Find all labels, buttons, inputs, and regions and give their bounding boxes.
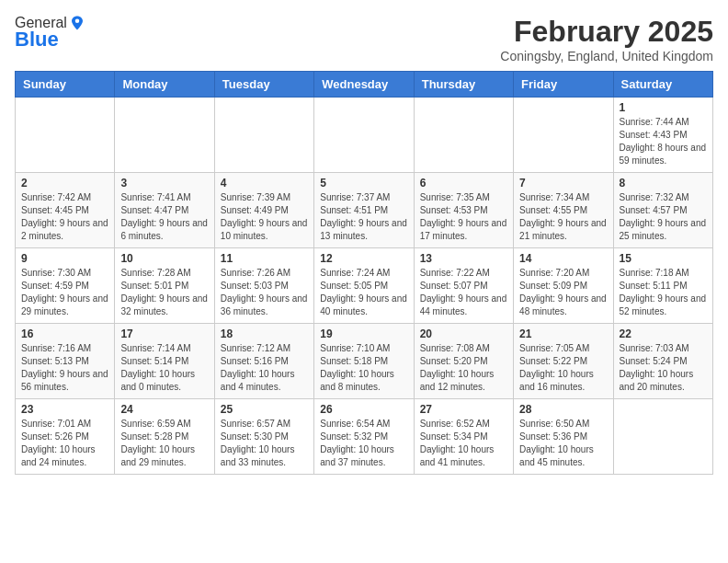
calendar-cell: 9Sunrise: 7:30 AM Sunset: 4:59 PM Daylig… xyxy=(16,248,115,324)
calendar-cell: 21Sunrise: 7:05 AM Sunset: 5:22 PM Dayli… xyxy=(514,324,613,399)
day-number: 22 xyxy=(620,327,707,340)
logo-icon xyxy=(69,15,85,31)
day-info: Sunrise: 7:20 AM Sunset: 5:09 PM Dayligh… xyxy=(519,267,607,318)
calendar-body: 1Sunrise: 7:44 AM Sunset: 4:43 PM Daylig… xyxy=(16,98,713,475)
calendar-cell: 27Sunrise: 6:52 AM Sunset: 5:34 PM Dayli… xyxy=(414,399,513,475)
day-info: Sunrise: 7:39 AM Sunset: 4:49 PM Dayligh… xyxy=(221,191,308,243)
calendar-cell: 4Sunrise: 7:39 AM Sunset: 4:49 PM Daylig… xyxy=(214,173,313,248)
calendar-cell xyxy=(214,98,313,173)
calendar-cell: 16Sunrise: 7:16 AM Sunset: 5:13 PM Dayli… xyxy=(16,324,115,399)
day-info: Sunrise: 7:16 AM Sunset: 5:13 PM Dayligh… xyxy=(21,342,108,394)
day-info: Sunrise: 6:54 AM Sunset: 5:32 PM Dayligh… xyxy=(320,418,407,469)
day-info: Sunrise: 7:42 AM Sunset: 4:45 PM Dayligh… xyxy=(21,191,108,243)
calendar-week-row: 2Sunrise: 7:42 AM Sunset: 4:45 PM Daylig… xyxy=(16,173,713,248)
calendar-cell xyxy=(414,98,513,173)
calendar-week-row: 1Sunrise: 7:44 AM Sunset: 4:43 PM Daylig… xyxy=(16,98,713,173)
day-number: 13 xyxy=(420,252,507,265)
day-info: Sunrise: 7:32 AM Sunset: 4:57 PM Dayligh… xyxy=(620,191,707,243)
day-info: Sunrise: 7:01 AM Sunset: 5:26 PM Dayligh… xyxy=(21,418,108,469)
day-info: Sunrise: 7:41 AM Sunset: 4:47 PM Dayligh… xyxy=(120,191,208,243)
day-info: Sunrise: 7:18 AM Sunset: 5:11 PM Dayligh… xyxy=(620,267,707,318)
day-number: 23 xyxy=(21,403,108,416)
calendar-cell: 19Sunrise: 7:10 AM Sunset: 5:18 PM Dayli… xyxy=(314,324,414,399)
day-info: Sunrise: 7:14 AM Sunset: 5:14 PM Dayligh… xyxy=(120,342,208,394)
calendar-cell: 25Sunrise: 6:57 AM Sunset: 5:30 PM Dayli… xyxy=(214,399,313,475)
day-number: 19 xyxy=(320,327,407,340)
day-info: Sunrise: 7:03 AM Sunset: 5:24 PM Dayligh… xyxy=(620,342,707,394)
page-header: General Blue February 2025 Coningsby, En… xyxy=(15,15,713,63)
day-info: Sunrise: 6:52 AM Sunset: 5:34 PM Dayligh… xyxy=(420,418,507,469)
day-number: 26 xyxy=(320,403,407,416)
calendar-week-row: 16Sunrise: 7:16 AM Sunset: 5:13 PM Dayli… xyxy=(16,324,713,399)
calendar-cell: 10Sunrise: 7:28 AM Sunset: 5:01 PM Dayli… xyxy=(115,248,214,324)
calendar-cell: 1Sunrise: 7:44 AM Sunset: 4:43 PM Daylig… xyxy=(613,98,712,173)
day-number: 18 xyxy=(221,327,308,340)
calendar-cell: 6Sunrise: 7:35 AM Sunset: 4:53 PM Daylig… xyxy=(414,173,513,248)
day-info: Sunrise: 6:59 AM Sunset: 5:28 PM Dayligh… xyxy=(120,418,208,469)
calendar-cell: 23Sunrise: 7:01 AM Sunset: 5:26 PM Dayli… xyxy=(16,399,115,475)
calendar-cell: 17Sunrise: 7:14 AM Sunset: 5:14 PM Dayli… xyxy=(115,324,214,399)
day-number: 17 xyxy=(120,327,208,340)
calendar-cell: 22Sunrise: 7:03 AM Sunset: 5:24 PM Dayli… xyxy=(613,324,712,399)
calendar-cell: 15Sunrise: 7:18 AM Sunset: 5:11 PM Dayli… xyxy=(613,248,712,324)
calendar-cell: 7Sunrise: 7:34 AM Sunset: 4:55 PM Daylig… xyxy=(514,173,613,248)
calendar-cell: 18Sunrise: 7:12 AM Sunset: 5:16 PM Dayli… xyxy=(214,324,313,399)
calendar-cell: 2Sunrise: 7:42 AM Sunset: 4:45 PM Daylig… xyxy=(16,173,115,248)
month-title: February 2025 xyxy=(500,15,713,49)
day-number: 7 xyxy=(519,177,607,190)
day-number: 15 xyxy=(620,252,707,265)
day-number: 16 xyxy=(21,327,108,340)
weekday-header-friday: Friday xyxy=(514,72,613,98)
calendar-cell: 26Sunrise: 6:54 AM Sunset: 5:32 PM Dayli… xyxy=(314,399,414,475)
calendar-table: SundayMondayTuesdayWednesdayThursdayFrid… xyxy=(15,71,713,475)
calendar-cell: 11Sunrise: 7:26 AM Sunset: 5:03 PM Dayli… xyxy=(214,248,313,324)
day-number: 21 xyxy=(519,327,607,340)
calendar-cell: 20Sunrise: 7:08 AM Sunset: 5:20 PM Dayli… xyxy=(414,324,513,399)
location-text: Coningsby, England, United Kingdom xyxy=(500,49,713,63)
day-number: 12 xyxy=(320,252,407,265)
calendar-cell: 12Sunrise: 7:24 AM Sunset: 5:05 PM Dayli… xyxy=(314,248,414,324)
calendar-cell: 5Sunrise: 7:37 AM Sunset: 4:51 PM Daylig… xyxy=(314,173,414,248)
day-info: Sunrise: 7:22 AM Sunset: 5:07 PM Dayligh… xyxy=(420,267,507,318)
day-number: 2 xyxy=(21,177,108,190)
day-info: Sunrise: 7:28 AM Sunset: 5:01 PM Dayligh… xyxy=(120,267,208,318)
day-number: 20 xyxy=(420,327,507,340)
calendar-cell xyxy=(613,399,712,475)
day-info: Sunrise: 7:44 AM Sunset: 4:43 PM Dayligh… xyxy=(620,116,707,167)
calendar-cell: 24Sunrise: 6:59 AM Sunset: 5:28 PM Dayli… xyxy=(115,399,214,475)
day-info: Sunrise: 7:10 AM Sunset: 5:18 PM Dayligh… xyxy=(320,342,407,394)
calendar-cell: 3Sunrise: 7:41 AM Sunset: 4:47 PM Daylig… xyxy=(115,173,214,248)
calendar-cell: 28Sunrise: 6:50 AM Sunset: 5:36 PM Dayli… xyxy=(514,399,613,475)
day-info: Sunrise: 6:50 AM Sunset: 5:36 PM Dayligh… xyxy=(519,418,607,469)
calendar-cell xyxy=(314,98,414,173)
day-info: Sunrise: 7:08 AM Sunset: 5:20 PM Dayligh… xyxy=(420,342,507,394)
weekday-header-saturday: Saturday xyxy=(613,72,712,98)
calendar-cell: 14Sunrise: 7:20 AM Sunset: 5:09 PM Dayli… xyxy=(514,248,613,324)
weekday-header-monday: Monday xyxy=(115,72,214,98)
weekday-header-sunday: Sunday xyxy=(16,72,115,98)
day-number: 14 xyxy=(519,252,607,265)
day-number: 1 xyxy=(620,101,707,114)
weekday-header-thursday: Thursday xyxy=(414,72,513,98)
day-number: 27 xyxy=(420,403,507,416)
day-number: 8 xyxy=(620,177,707,190)
day-info: Sunrise: 7:35 AM Sunset: 4:53 PM Dayligh… xyxy=(420,191,507,243)
day-info: Sunrise: 7:30 AM Sunset: 4:59 PM Dayligh… xyxy=(21,267,108,318)
calendar-week-row: 23Sunrise: 7:01 AM Sunset: 5:26 PM Dayli… xyxy=(16,399,713,475)
day-number: 5 xyxy=(320,177,407,190)
day-number: 4 xyxy=(221,177,308,190)
day-number: 3 xyxy=(120,177,208,190)
calendar-week-row: 9Sunrise: 7:30 AM Sunset: 4:59 PM Daylig… xyxy=(16,248,713,324)
day-info: Sunrise: 7:37 AM Sunset: 4:51 PM Dayligh… xyxy=(320,191,407,243)
day-info: Sunrise: 6:57 AM Sunset: 5:30 PM Dayligh… xyxy=(221,418,308,469)
day-number: 6 xyxy=(420,177,507,190)
calendar-header-row: SundayMondayTuesdayWednesdayThursdayFrid… xyxy=(16,72,713,98)
calendar-cell xyxy=(514,98,613,173)
day-number: 28 xyxy=(519,403,607,416)
calendar-cell: 13Sunrise: 7:22 AM Sunset: 5:07 PM Dayli… xyxy=(414,248,513,324)
day-info: Sunrise: 7:24 AM Sunset: 5:05 PM Dayligh… xyxy=(320,267,407,318)
day-number: 24 xyxy=(120,403,208,416)
day-number: 10 xyxy=(120,252,208,265)
calendar-cell xyxy=(115,98,214,173)
weekday-header-tuesday: Tuesday xyxy=(214,72,313,98)
